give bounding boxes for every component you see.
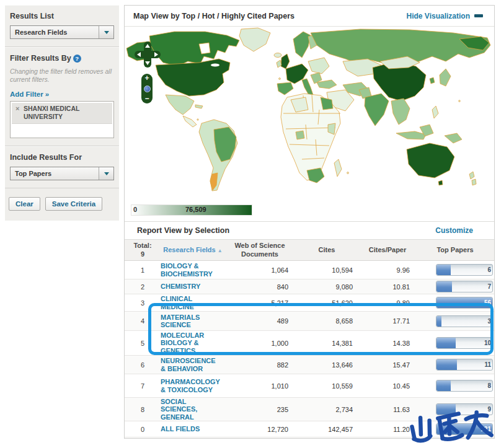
results-list-value: Research Fields <box>11 29 99 36</box>
chevron-down-icon <box>104 172 109 175</box>
cites-per-paper-value: 14.38 <box>359 340 416 347</box>
column-docs[interactable]: Web of Science Documents <box>225 242 294 258</box>
top-papers-bar: 3 <box>436 315 493 327</box>
field-link[interactable]: SOCIAL SCIENCES, GENERAL <box>161 398 225 420</box>
legend-min-label: 0 <box>133 206 137 213</box>
row-rank: 6 <box>125 361 161 369</box>
page: Results List Research Fields Filter Resu… <box>0 0 496 448</box>
field-link[interactable]: PHARMACOLOGY & TOXICOLOGY <box>161 378 225 393</box>
top-papers-bar: 10 <box>436 337 493 349</box>
cites-per-paper-value: 10.81 <box>359 283 416 291</box>
cites-value: 2,734 <box>294 406 359 413</box>
top-papers-value: 3 <box>487 318 491 325</box>
cites-per-paper-value: 11.20 <box>359 426 416 433</box>
cites-per-paper-value: 11.63 <box>359 406 416 413</box>
docs-value: 235 <box>225 406 294 413</box>
results-list-section: Results List Research Fields <box>5 5 119 47</box>
chevron-down-icon <box>104 31 109 34</box>
report-header: Report View by Selection Customize <box>125 221 494 240</box>
docs-value: 5,217 <box>225 299 294 307</box>
table-row: 6 NEUROSCIENCE & BEHAVIOR 882 13,646 15.… <box>125 356 494 374</box>
top-papers-value: 11 <box>484 361 491 368</box>
add-filter-link[interactable]: Add Filter » <box>10 90 49 98</box>
table-row: 2 CHEMISTRY 840 9,080 10.81 7 <box>125 279 494 294</box>
sidebar-actions: Clear Save Criteria <box>5 188 119 221</box>
report-title: Report View by Selection <box>125 226 229 235</box>
column-research-fields[interactable]: Research Fields ▲ <box>161 246 225 254</box>
field-link[interactable]: BIOLOGY & BIOCHEMISTRY <box>161 262 225 277</box>
sort-ascending-icon: ▲ <box>218 248 223 253</box>
row-rank: 4 <box>125 317 161 325</box>
research-fields-header-label: Research Fields <box>163 246 215 253</box>
clear-button[interactable]: Clear <box>9 197 40 211</box>
map-zoom-control[interactable]: + − <box>141 74 153 103</box>
results-list-heading: Results List <box>10 12 114 20</box>
include-results-value: Top Papers <box>11 170 99 177</box>
filter-section: Filter Results By? Changing the filter f… <box>5 47 119 146</box>
table-row: 4 MATERIALS SCIENCE 489 8,658 17.71 3 <box>125 312 494 331</box>
top-papers-value: 121 <box>480 426 491 433</box>
collapse-minus-icon[interactable] <box>474 14 483 17</box>
field-link[interactable]: CLINICAL MEDICINE <box>161 295 225 310</box>
total-label: Total: <box>125 242 161 250</box>
docs-value: 882 <box>225 361 294 369</box>
field-link[interactable]: ALL FIELDS <box>161 425 225 433</box>
top-papers-bar: 11 <box>436 359 493 371</box>
hide-visualization-link[interactable]: Hide Visualization <box>407 12 470 20</box>
dropdown-button[interactable] <box>99 167 113 180</box>
cites-value: 51,620 <box>294 299 359 307</box>
cites-value: 9,080 <box>294 283 359 291</box>
filter-heading-text: Filter Results By <box>10 54 71 63</box>
docs-value: 12,720 <box>225 426 294 433</box>
table-row: 8 SOCIAL SCIENCES, GENERAL 235 2,734 11.… <box>125 398 494 421</box>
cites-per-paper-value: 17.71 <box>359 317 416 325</box>
results-list-dropdown[interactable]: Research Fields <box>10 25 114 39</box>
field-link[interactable]: MATERIALS SCIENCE <box>161 314 225 328</box>
cites-value: 8,658 <box>294 317 359 325</box>
cites-value: 10,594 <box>294 266 359 274</box>
column-top-papers[interactable]: Top Papers <box>416 246 494 254</box>
include-results-heading: Include Results For <box>10 153 114 162</box>
table-header: Total: 9 Research Fields ▲ Web of Scienc… <box>125 240 494 261</box>
docs-value: 489 <box>225 317 294 325</box>
row-rank: 5 <box>125 340 161 347</box>
docs-value: 840 <box>225 283 294 291</box>
cites-per-paper-value: 9.89 <box>359 299 416 307</box>
zoom-in-button[interactable]: + <box>144 75 149 82</box>
map-pan-control[interactable] <box>135 42 161 68</box>
column-cites-paper[interactable]: Cites/Paper <box>359 246 416 254</box>
docs-value: 1,010 <box>225 382 294 390</box>
globe-icon[interactable] <box>144 86 151 92</box>
dropdown-button[interactable] <box>99 26 113 38</box>
include-results-dropdown[interactable]: Top Papers <box>10 167 114 180</box>
filter-chip-label: SHANXI MEDICAL UNIVERSITY <box>24 105 79 120</box>
help-icon[interactable]: ? <box>73 55 81 63</box>
zoom-out-button[interactable]: − <box>144 95 149 102</box>
row-rank: 1 <box>125 266 161 274</box>
sidebar: Results List Research Fields Filter Resu… <box>5 5 119 221</box>
top-papers-value: 9 <box>487 406 491 413</box>
row-rank: 2 <box>125 283 161 291</box>
top-papers-bar: 9 <box>436 403 493 415</box>
row-rank: 0 <box>125 426 161 433</box>
top-papers-bar: 56 <box>436 297 493 309</box>
filter-box: × SHANXI MEDICAL UNIVERSITY <box>10 101 114 138</box>
main-panel: Map View by Top / Hot / Highly Cited Pap… <box>124 5 495 439</box>
column-cites[interactable]: Cites <box>294 246 359 254</box>
top-papers-bar: 8 <box>436 380 493 392</box>
top-papers-bar: 6 <box>436 264 493 276</box>
field-link[interactable]: CHEMISTRY <box>161 283 225 290</box>
top-papers-value: 10 <box>484 340 491 346</box>
include-results-section: Include Results For Top Papers <box>5 146 119 188</box>
top-papers-value: 8 <box>487 382 491 389</box>
choropleth-map[interactable] <box>125 27 494 200</box>
world-map[interactable]: + − <box>125 27 494 200</box>
save-criteria-button[interactable]: Save Criteria <box>45 197 102 211</box>
remove-filter-icon[interactable]: × <box>16 105 19 113</box>
filter-note: Changing the filter field removes all cu… <box>10 68 114 84</box>
field-link[interactable]: NEUROSCIENCE & BEHAVIOR <box>161 357 225 372</box>
table-body: 1 BIOLOGY & BIOCHEMISTRY 1,064 10,594 9.… <box>125 261 494 437</box>
customize-link[interactable]: Customize <box>435 226 494 235</box>
filter-chip[interactable]: × SHANXI MEDICAL UNIVERSITY <box>12 103 112 123</box>
field-link[interactable]: MOLECULAR BIOLOGY & GENETICS <box>161 332 225 354</box>
